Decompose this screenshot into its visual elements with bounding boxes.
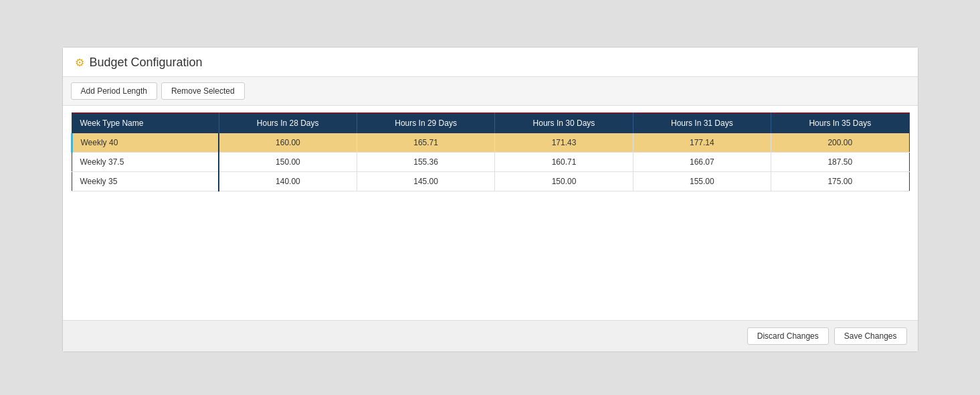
cell-value-r0-c3: 177.14: [633, 133, 771, 153]
cell-value-r2-c0: 140.00: [219, 172, 357, 191]
save-changes-button[interactable]: Save Changes: [834, 327, 907, 345]
col-header-28days: Hours In 28 Days: [219, 113, 357, 134]
table-row[interactable]: Weekly 35140.00145.00150.00155.00175.00: [72, 172, 909, 191]
col-header-week-type: Week Type Name: [72, 113, 219, 134]
cell-week-type: Weekly 37.5: [72, 153, 219, 172]
cell-value-r2-c2: 150.00: [495, 172, 633, 191]
table-header-row: Week Type Name Hours In 28 Days Hours In…: [72, 113, 909, 134]
cell-value-r1-c3: 166.07: [633, 153, 771, 172]
panel-footer: Discard Changes Save Changes: [63, 320, 918, 351]
discard-changes-button[interactable]: Discard Changes: [747, 327, 829, 345]
page-title: Budget Configuration: [90, 56, 203, 70]
outer-wrapper: ⚙ Budget Configuration Add Period Length…: [0, 0, 980, 395]
table-row[interactable]: Weekly 40160.00165.71171.43177.14200.00: [72, 133, 909, 153]
cell-week-type: Weekly 40: [72, 133, 219, 153]
cell-week-type: Weekly 35: [72, 172, 219, 191]
toolbar: Add Period Length Remove Selected: [63, 77, 918, 106]
remove-selected-button[interactable]: Remove Selected: [161, 82, 245, 100]
cell-value-r0-c1: 165.71: [357, 133, 494, 153]
col-header-30days: Hours In 30 Days: [495, 113, 633, 134]
table-container: Week Type Name Hours In 28 Days Hours In…: [63, 106, 918, 320]
budget-table: Week Type Name Hours In 28 Days Hours In…: [71, 112, 910, 191]
table-row[interactable]: Weekly 37.5150.00155.36160.71166.07187.5…: [72, 153, 909, 172]
cell-value-r0-c0: 160.00: [219, 133, 357, 153]
cell-value-r0-c4: 200.00: [771, 133, 909, 153]
cell-value-r0-c2: 171.43: [495, 133, 633, 153]
cell-value-r2-c1: 145.00: [357, 172, 494, 191]
cell-value-r1-c2: 160.71: [495, 153, 633, 172]
panel-header: ⚙ Budget Configuration: [63, 48, 918, 77]
gear-icon: ⚙: [75, 56, 84, 69]
col-header-31days: Hours In 31 Days: [633, 113, 771, 134]
col-header-29days: Hours In 29 Days: [357, 113, 494, 134]
cell-value-r1-c1: 155.36: [357, 153, 494, 172]
cell-value-r2-c3: 155.00: [633, 172, 771, 191]
main-panel: ⚙ Budget Configuration Add Period Length…: [62, 47, 918, 352]
add-period-button[interactable]: Add Period Length: [71, 82, 157, 100]
col-header-35days: Hours In 35 Days: [771, 113, 909, 134]
cell-value-r2-c4: 175.00: [771, 172, 909, 191]
cell-value-r1-c0: 150.00: [219, 153, 357, 172]
cell-value-r1-c4: 187.50: [771, 153, 909, 172]
